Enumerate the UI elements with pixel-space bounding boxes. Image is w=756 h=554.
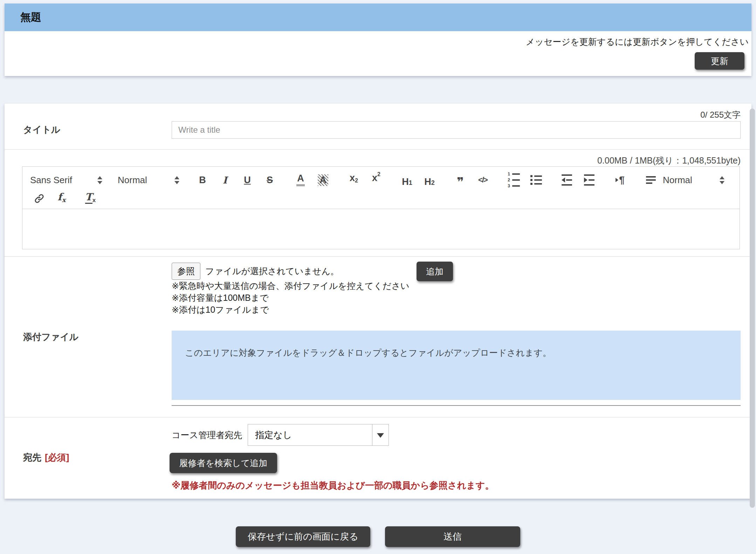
- align-icon[interactable]: [643, 173, 659, 187]
- send-button[interactable]: 送信: [385, 526, 520, 547]
- background-color-icon[interactable]: A: [315, 173, 331, 187]
- font-family-value: Sans Serif: [30, 175, 72, 186]
- align-group: [643, 173, 659, 187]
- title-label: タイトル: [23, 124, 60, 136]
- rich-text-editor: Sans Serif Normal B I U S A: [22, 166, 740, 249]
- indent-icon[interactable]: [582, 173, 597, 187]
- attachments-label: 添付ファイル: [23, 331, 78, 343]
- clear-formatting-icon[interactable]: Tx: [83, 191, 98, 206]
- browse-file-button[interactable]: 参照: [172, 263, 200, 280]
- message-form-panel: 0/ 255文字 タイトル 0.00MB / 1MB(残り：1,048,551b…: [5, 104, 751, 499]
- recipients-row: コース管理者宛先 指定なし 宛先[必須] 履修者を検索して追加 ※履修者間のみの…: [5, 417, 751, 499]
- subscript-icon[interactable]: x2: [346, 173, 362, 187]
- attachment-note: ※緊急時や大量送信の場合、添付ファイルを控えてください: [172, 280, 410, 292]
- recipients-warning-text: ※履修者間のみのメッセージも担当教員および一部の職員から参照されます。: [172, 479, 494, 492]
- dropzone-text: このエリアに対象ファイルをドラッグ＆ドロップするとファイルがアップロードされます…: [185, 348, 551, 358]
- page-title: 無題: [20, 10, 41, 25]
- bold-icon[interactable]: B: [195, 173, 210, 187]
- attachment-notes: ※緊急時や大量送信の場合、添付ファイルを控えてください ※添付容量は100MBま…: [172, 280, 410, 316]
- direction-group: ¶: [612, 173, 628, 187]
- updown-arrows-icon: [97, 176, 102, 184]
- dropzone-underline: [172, 405, 741, 406]
- link-icon[interactable]: [32, 191, 47, 206]
- course-admin-selected-value: 指定なし: [248, 429, 292, 441]
- font-size-select[interactable]: Normal: [663, 175, 724, 186]
- editor-row: 0.00MB / 1MB(残り：1,048,551byte) Sans Seri…: [5, 150, 751, 257]
- script-group: x2 x2: [346, 173, 384, 187]
- search-students-button[interactable]: 履修者を検索して追加: [170, 453, 277, 473]
- toolbar-row-2: fx Tx: [30, 191, 735, 207]
- editor-toolbar: Sans Serif Normal B I U S A: [22, 167, 740, 209]
- recipients-label: 宛先[必須]: [23, 451, 69, 464]
- paragraph-style-value: Normal: [118, 175, 147, 186]
- file-select-row: 参照 ファイルが選択されていません。: [172, 263, 339, 280]
- indent-group: [559, 173, 597, 187]
- underline-icon[interactable]: U: [240, 173, 255, 187]
- updown-arrows-icon: [174, 176, 179, 184]
- select-divider: [372, 424, 372, 445]
- list-group: 1 2 3: [506, 173, 544, 187]
- title-row: 0/ 255文字 タイトル: [5, 104, 751, 150]
- ordered-list-icon[interactable]: 1 2 3: [506, 173, 521, 187]
- heading-group: H1 H2: [399, 173, 437, 187]
- title-input[interactable]: [172, 121, 741, 139]
- strikethrough-icon[interactable]: S: [262, 173, 277, 187]
- format-group: B I U S: [195, 173, 277, 187]
- attachment-note: ※添付は10ファイルまで: [172, 304, 410, 316]
- attachment-note: ※添付容量は100MBまで: [172, 292, 410, 304]
- recipients-label-text: 宛先: [23, 452, 41, 463]
- attachments-row: 参照 ファイルが選択されていません。 追加 ※緊急時や大量送信の場合、添付ファイ…: [5, 257, 751, 417]
- no-file-selected-text: ファイルが選択されていません。: [205, 265, 339, 277]
- course-admin-row: コース管理者宛先 指定なし: [172, 424, 389, 446]
- heading2-icon[interactable]: H2: [422, 173, 437, 187]
- blockquote-icon[interactable]: ❞: [453, 173, 468, 187]
- course-admin-select[interactable]: 指定なし: [248, 424, 389, 446]
- footer-actions: 保存せずに前の画面に戻る 送信: [0, 526, 756, 547]
- update-instruction-text: メッセージを更新するには更新ボタンを押してください: [5, 31, 751, 48]
- updown-arrows-icon: [720, 176, 724, 184]
- text-direction-icon[interactable]: ¶: [612, 173, 628, 187]
- message-header-panel: 無題 メッセージを更新するには更新ボタンを押してください 更新: [5, 4, 751, 76]
- superscript-icon[interactable]: x2: [369, 173, 384, 187]
- text-color-icon[interactable]: A: [293, 173, 308, 187]
- title-char-counter: 0/ 255文字: [700, 109, 741, 120]
- heading1-icon[interactable]: H1: [399, 173, 415, 187]
- paragraph-style-select[interactable]: Normal: [118, 175, 179, 186]
- add-attachment-button[interactable]: 追加: [417, 262, 453, 281]
- required-badge: [必須]: [45, 452, 69, 463]
- font-size-value: Normal: [663, 175, 692, 186]
- code-block-icon[interactable]: </>: [475, 173, 490, 187]
- font-family-select[interactable]: Sans Serif: [30, 175, 102, 186]
- message-size-info: 0.00MB / 1MB(残り：1,048,551byte): [597, 155, 741, 166]
- course-admin-label: コース管理者宛先: [172, 429, 242, 441]
- color-group: A A: [293, 173, 331, 187]
- message-body-editor[interactable]: [22, 209, 740, 248]
- vertical-scrollbar[interactable]: [750, 109, 755, 508]
- chevron-down-icon: [377, 433, 384, 438]
- outdent-icon[interactable]: [559, 173, 575, 187]
- italic-icon[interactable]: I: [217, 173, 233, 187]
- block-group: ❞ </>: [453, 173, 490, 187]
- back-without-saving-button[interactable]: 保存せずに前の画面に戻る: [236, 526, 370, 547]
- message-title-bar: 無題: [5, 4, 751, 31]
- update-button[interactable]: 更新: [695, 52, 744, 70]
- update-button-row: 更新: [5, 48, 751, 70]
- toolbar-row-1: Sans Serif Normal B I U S A: [30, 169, 735, 191]
- insert-group: fx Tx: [32, 191, 98, 206]
- file-dropzone[interactable]: このエリアに対象ファイルをドラッグ＆ドロップするとファイルがアップロードされます…: [172, 331, 741, 400]
- bullet-list-icon[interactable]: [528, 173, 544, 187]
- formula-icon[interactable]: fx: [54, 191, 69, 206]
